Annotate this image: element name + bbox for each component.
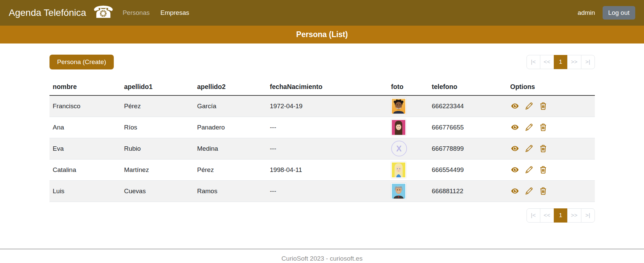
avatar-catalina bbox=[391, 162, 406, 178]
cell-nombre: Luis bbox=[49, 180, 121, 202]
col-header-options: Options bbox=[507, 79, 595, 95]
cell-options bbox=[507, 159, 595, 180]
pagination-current-page[interactable]: 1 bbox=[554, 55, 568, 69]
table-header-row: nombre apellido1 apellido2 fechaNacimien… bbox=[49, 79, 595, 95]
pagination-prev-button[interactable]: << bbox=[540, 55, 554, 69]
trash-icon bbox=[539, 170, 548, 175]
col-header-apellido2: apellido2 bbox=[194, 79, 267, 95]
view-button[interactable] bbox=[510, 144, 519, 153]
page-title: Persona (List) bbox=[296, 30, 348, 39]
pagination-last-button[interactable]: >| bbox=[581, 208, 595, 223]
logged-in-username: admin bbox=[578, 9, 595, 17]
eye-icon bbox=[510, 170, 519, 175]
pagination-next-button[interactable]: >> bbox=[567, 208, 581, 223]
pagination-first-button[interactable]: |< bbox=[527, 208, 540, 223]
footer-text: CurioSoft 2023 - curiosoft.es bbox=[0, 249, 644, 263]
pagination-next-button[interactable]: >> bbox=[567, 55, 581, 69]
page-footer: CurioSoft 2023 - curiosoft.es bbox=[0, 249, 644, 263]
pagination-current-page[interactable]: 1 bbox=[554, 208, 568, 223]
cell-foto bbox=[388, 159, 429, 180]
cell-apellido2: Ramos bbox=[194, 180, 267, 202]
cell-fechaNacimiento: --- bbox=[267, 117, 388, 138]
delete-button[interactable] bbox=[539, 165, 548, 174]
view-button[interactable] bbox=[510, 186, 519, 196]
persona-create-button[interactable]: Persona (Create) bbox=[49, 55, 114, 69]
cell-options bbox=[507, 117, 595, 138]
cell-telefono: 666776655 bbox=[429, 117, 507, 138]
eye-icon bbox=[510, 107, 519, 112]
edit-button[interactable] bbox=[524, 101, 534, 111]
view-button[interactable] bbox=[510, 101, 519, 111]
table-row: Catalina Martínez Pérez 1998-04-11 bbox=[49, 159, 595, 180]
cell-options bbox=[507, 138, 595, 159]
cell-foto bbox=[388, 180, 429, 202]
cell-nombre: Catalina bbox=[49, 159, 121, 180]
cell-telefono: 666881122 bbox=[429, 180, 507, 202]
edit-button[interactable] bbox=[524, 165, 534, 174]
table-row: Luis Cuevas Ramos --- bbox=[49, 180, 595, 202]
pencil-icon bbox=[524, 170, 534, 175]
cell-foto bbox=[388, 117, 429, 138]
cell-fechaNacimiento: --- bbox=[267, 180, 388, 202]
col-header-telefono: telefono bbox=[429, 79, 507, 95]
pencil-icon bbox=[524, 192, 534, 197]
nav-links: Personas Empresas bbox=[123, 9, 189, 17]
cell-apellido1: Martínez bbox=[121, 159, 194, 180]
delete-button[interactable] bbox=[539, 186, 548, 196]
cell-fechaNacimiento: 1998-04-11 bbox=[267, 159, 388, 180]
telephone-icon: ☎ bbox=[93, 4, 114, 21]
cell-foto: X bbox=[388, 138, 429, 159]
cell-nombre: Eva bbox=[49, 138, 121, 159]
trash-icon bbox=[539, 107, 548, 112]
avatar-francisco bbox=[391, 98, 406, 114]
cell-foto bbox=[388, 95, 429, 117]
table-row: Eva Rubio Medina --- X 666778899 bbox=[49, 138, 595, 159]
table-row: Francisco Pérez García 1972-04-19 bbox=[49, 95, 595, 117]
cell-apellido2: García bbox=[194, 95, 267, 117]
logout-button[interactable]: Log out bbox=[603, 6, 635, 20]
pagination-first-button[interactable]: |< bbox=[527, 55, 540, 69]
edit-button[interactable] bbox=[524, 186, 534, 196]
pagination-prev-button[interactable]: << bbox=[540, 208, 554, 223]
personas-table: nombre apellido1 apellido2 fechaNacimien… bbox=[49, 79, 595, 202]
delete-button[interactable] bbox=[539, 123, 548, 132]
avatar-ana bbox=[391, 119, 406, 136]
top-navbar: Agenda Telefónica ☎ Personas Empresas ad… bbox=[0, 0, 644, 26]
nav-link-empresas[interactable]: Empresas bbox=[160, 9, 189, 17]
trash-icon bbox=[539, 192, 548, 197]
cell-telefono: 666778899 bbox=[429, 138, 507, 159]
page-header-bar: Persona (List) bbox=[0, 26, 644, 43]
eye-icon bbox=[510, 149, 519, 154]
pagination-last-button[interactable]: >| bbox=[581, 55, 595, 69]
app-brand: Agenda Telefónica bbox=[9, 7, 86, 18]
nav-link-personas[interactable]: Personas bbox=[123, 9, 149, 17]
pencil-icon bbox=[524, 107, 534, 112]
edit-button[interactable] bbox=[524, 144, 534, 153]
view-button[interactable] bbox=[510, 123, 519, 132]
eye-icon bbox=[510, 192, 519, 197]
cell-apellido1: Ríos bbox=[121, 117, 194, 138]
cell-options bbox=[507, 95, 595, 117]
cell-apellido1: Cuevas bbox=[121, 180, 194, 202]
pencil-icon bbox=[524, 128, 534, 133]
delete-button[interactable] bbox=[539, 144, 548, 153]
no-photo-placeholder-icon: X bbox=[391, 141, 407, 156]
delete-button[interactable] bbox=[539, 101, 548, 111]
cell-telefono: 666554499 bbox=[429, 159, 507, 180]
cell-apellido2: Medina bbox=[194, 138, 267, 159]
pagination-bottom: |< << 1 >> >| bbox=[527, 208, 595, 223]
cell-apellido1: Rubio bbox=[121, 138, 194, 159]
cell-apellido1: Pérez bbox=[121, 95, 194, 117]
cell-nombre: Ana bbox=[49, 117, 121, 138]
table-row: Ana Ríos Panadero --- bbox=[49, 117, 595, 138]
cell-nombre: Francisco bbox=[49, 95, 121, 117]
edit-button[interactable] bbox=[524, 123, 534, 132]
cell-fechaNacimiento: --- bbox=[267, 138, 388, 159]
col-header-apellido1: apellido1 bbox=[121, 79, 194, 95]
view-button[interactable] bbox=[510, 165, 519, 174]
cell-options bbox=[507, 180, 595, 202]
pagination-top: |< << 1 >> >| bbox=[527, 55, 595, 69]
trash-icon bbox=[539, 149, 548, 154]
eye-icon bbox=[510, 128, 519, 133]
cell-apellido2: Panadero bbox=[194, 117, 267, 138]
